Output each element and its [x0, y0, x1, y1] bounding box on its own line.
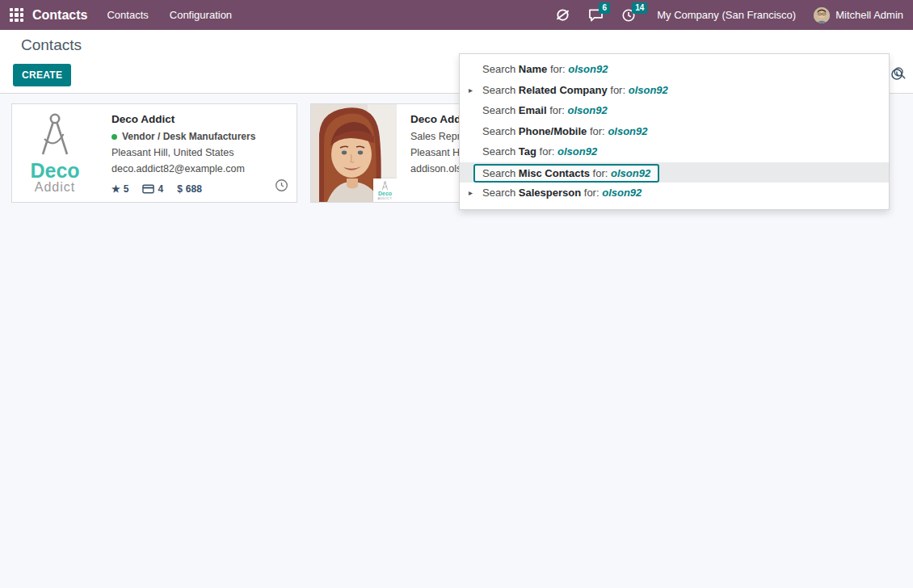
menu-contacts[interactable]: Contacts	[107, 9, 148, 21]
suggestion-salesperson[interactable]: ▸ Search Salesperson for: olson92	[460, 183, 889, 204]
contact-card-body: Deco Addict Vendor / Desk Manufacturers …	[98, 104, 297, 202]
contact-name: Deco Addict	[111, 113, 287, 125]
messages-count-badge: 6	[599, 2, 610, 14]
focused-suggestion-box: Search Misc Contacts for: olson92	[473, 164, 659, 183]
create-button[interactable]: CREATE	[13, 64, 71, 86]
contact-stats: ★ 5 4 $ 688	[111, 183, 202, 195]
top-navbar: Contacts Contacts Configuration 6 14 My …	[0, 0, 913, 30]
tag-label: Vendor / Desk Manufacturers	[122, 131, 255, 142]
credit-card-icon	[142, 184, 154, 194]
expand-caret-icon[interactable]: ▸	[469, 183, 473, 204]
expand-caret-icon[interactable]: ▸	[469, 80, 473, 101]
search-suggestions-dropdown: Search Name for: olson92 ▸ Search Relate…	[459, 53, 890, 210]
menu-configuration[interactable]: Configuration	[170, 9, 232, 21]
rating-stat[interactable]: ★ 5	[111, 183, 128, 195]
company-logo-badge: Deco ADDICT	[373, 178, 397, 202]
contact-photo: Deco ADDICT	[311, 104, 397, 202]
systray: 6 14 My Company (San Francisco) Mitchell…	[537, 7, 903, 23]
page-title: Contacts	[21, 36, 82, 54]
messages-icon[interactable]: 6	[588, 8, 604, 22]
app-title[interactable]: Contacts	[32, 8, 87, 23]
logo-text-secondary: Addict	[30, 180, 79, 195]
activity-clock-icon[interactable]	[275, 178, 288, 195]
star-icon: ★	[111, 183, 120, 195]
slash-circle-icon[interactable]	[555, 7, 570, 23]
user-menu[interactable]: Mitchell Admin	[814, 7, 903, 23]
dollar-icon: $	[177, 183, 183, 195]
suggestion-phone-mobile[interactable]: Search Phone/Mobile for: olson92	[460, 121, 889, 142]
contact-email: deco.addict82@example.com	[111, 163, 287, 174]
tag-status-dot	[111, 134, 117, 140]
suggestion-tag[interactable]: Search Tag for: olson92	[460, 141, 889, 162]
company-switcher[interactable]: My Company (San Francisco)	[657, 9, 796, 21]
payments-stat[interactable]: 4	[142, 183, 163, 195]
amount-stat[interactable]: $ 688	[177, 183, 202, 195]
activities-count-badge: 14	[632, 2, 647, 14]
contact-location: Pleasant Hill, United States	[111, 147, 287, 158]
contact-tag: Vendor / Desk Manufacturers	[111, 131, 287, 142]
suggestion-related-company[interactable]: ▸ Search Related Company for: olson92	[460, 80, 889, 101]
user-avatar	[814, 7, 830, 23]
suggestion-name[interactable]: Search Name for: olson92	[460, 59, 889, 80]
user-name: Mitchell Admin	[835, 9, 903, 21]
activities-icon[interactable]: 14	[621, 8, 636, 23]
logo-text-secondary: ADDICT	[378, 196, 393, 200]
suggestion-misc-contacts[interactable]: Search Misc Contacts for: olson92	[460, 162, 889, 183]
activity-view-switcher-icon[interactable]	[890, 68, 903, 84]
logo-text-primary: Deco	[30, 161, 79, 180]
contact-logo: Deco Addict	[12, 104, 98, 202]
apps-menu-icon[interactable]	[10, 8, 23, 22]
contact-card-deco-addict[interactable]: Deco Addict Deco Addict Vendor / Desk Ma…	[11, 103, 297, 203]
logo-text-primary: Deco	[378, 191, 392, 196]
suggestion-email[interactable]: Search Email for: olson92	[460, 100, 889, 121]
